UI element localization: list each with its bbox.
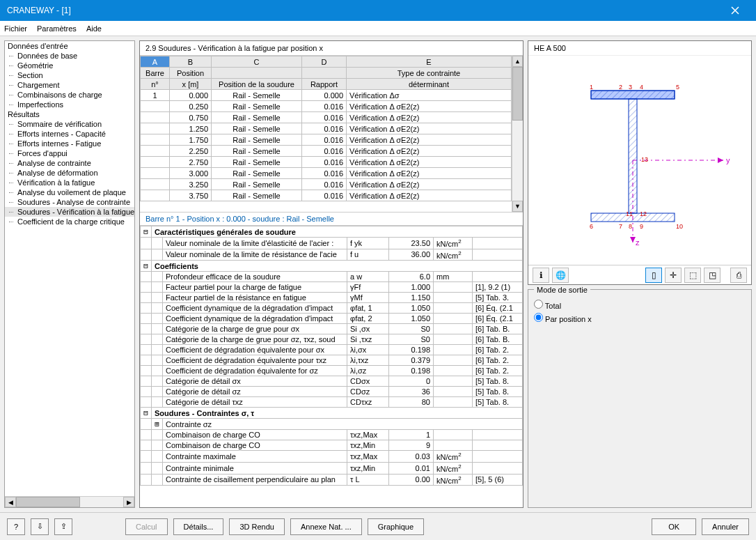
- export2-icon[interactable]: ⇪: [54, 518, 72, 535]
- table-row[interactable]: 2.250Rail - Semelle0.016Vérification Δ σ…: [141, 146, 512, 157]
- svg-marker-5: [630, 237, 636, 242]
- view-axes-icon[interactable]: ✛: [665, 268, 682, 283]
- nav-item[interactable]: Vérification à la fatigue: [5, 178, 134, 187]
- detail-row[interactable]: Facteur partiel de la résistance en fati…: [141, 293, 523, 303]
- calcul-button[interactable]: Calcul: [125, 518, 168, 535]
- detail-row[interactable]: Catégorie de la charge de grue pour σz, …: [141, 334, 523, 345]
- detail-row[interactable]: Valeur nominale de la limite d'élasticit…: [141, 238, 523, 249]
- output-mode-group: Mode de sortie Total Par position x: [528, 289, 752, 508]
- view-section-icon[interactable]: ▯: [645, 268, 662, 283]
- help-icon[interactable]: ?: [7, 518, 25, 535]
- nav-item[interactable]: Soudures - Analyse de contrainte: [5, 197, 134, 207]
- detail-table[interactable]: ⊟Caractéristiques générales de soudureVa…: [140, 226, 523, 486]
- nav-item[interactable]: Chargement: [5, 80, 134, 90]
- scroll-up-icon[interactable]: ▲: [512, 56, 523, 67]
- svg-text:7: 7: [619, 223, 622, 230]
- nav-item[interactable]: Efforts internes - Capacité: [5, 129, 134, 139]
- nav-item[interactable]: Coefficient de la charge critique: [5, 217, 134, 226]
- svg-text:y: y: [726, 156, 730, 164]
- table-row[interactable]: 0.750Rail - Semelle0.016Vérification Δ σ…: [141, 112, 512, 123]
- detail-row[interactable]: Contrainte de cisaillement perpendiculai…: [141, 474, 523, 486]
- render-button[interactable]: 3D Rendu: [229, 518, 285, 535]
- close-button[interactable]: [721, 0, 749, 21]
- detail-row[interactable]: Contrainte minimaleτxz,Min0.01kN/cm2: [141, 462, 523, 474]
- graph-button[interactable]: Graphique: [368, 518, 424, 535]
- mode-title: Mode de sortie: [534, 286, 590, 294]
- detail-row[interactable]: Combinaison de charge COτxz,Max1: [141, 430, 523, 440]
- table-row[interactable]: 3.000Rail - Semelle0.016Vérification Δ σ…: [141, 168, 512, 179]
- annex-button[interactable]: Annexe Nat. ...: [290, 518, 362, 535]
- nav-item[interactable]: Efforts internes - Fatigue: [5, 139, 134, 148]
- table-row[interactable]: 3.750Rail - Semelle0.016Vérification Δ σ…: [141, 190, 512, 201]
- scroll-left-icon[interactable]: ◀: [5, 497, 16, 507]
- globe-icon[interactable]: 🌐: [552, 268, 569, 283]
- scroll-thumb[interactable]: [512, 67, 523, 121]
- table-row[interactable]: 2.750Rail - Semelle0.016Vérification Δ σ…: [141, 157, 512, 168]
- menu-fichier[interactable]: Fichier: [4, 24, 27, 33]
- nav-item[interactable]: Données de base: [5, 51, 134, 61]
- nav-tree[interactable]: Données d'entrée Données de baseGéométri…: [4, 40, 135, 508]
- detail-row[interactable]: Valeur nominale de la limite de résistan…: [141, 249, 523, 261]
- detail-row[interactable]: Coefficient de dégradation équivalente p…: [141, 345, 523, 355]
- svg-text:6: 6: [590, 223, 593, 230]
- nav-item[interactable]: Sommaire de vérification: [5, 119, 134, 129]
- svg-text:1: 1: [590, 84, 593, 91]
- mode-total[interactable]: Total: [534, 298, 746, 311]
- nav-item[interactable]: Analyse de contrainte: [5, 158, 134, 168]
- detail-row[interactable]: Catégorie de détail τxzCDτxz80[5] Tab. 8…: [141, 397, 523, 408]
- results-table[interactable]: ABCDE BarrePositionType de contrainte n°…: [140, 56, 512, 201]
- details-button[interactable]: Détails...: [173, 518, 224, 535]
- table-row[interactable]: 3.250Rail - Semelle0.016Vérification Δ σ…: [141, 179, 512, 190]
- nav-item[interactable]: Forces d'appui: [5, 148, 134, 158]
- detail-row[interactable]: Profondeur efficace de la soudurea w6.0m…: [141, 272, 523, 282]
- detail-row[interactable]: Catégorie de la charge de grue pour σxSi…: [141, 324, 523, 334]
- detail-row[interactable]: ⊟Soudures - Contraintes σ, τ: [141, 408, 523, 419]
- table-vscrollbar[interactable]: ▲ ▼: [512, 56, 523, 212]
- detail-row[interactable]: Coefficient de dégradation équivalente f…: [141, 366, 523, 376]
- detail-row[interactable]: Facteur partiel pour la charge de fatigu…: [141, 282, 523, 293]
- detail-row[interactable]: Coefficient dynamique de la dégradation …: [141, 314, 523, 324]
- scroll-thumb[interactable]: [16, 497, 80, 507]
- nav-item[interactable]: Géométrie: [5, 61, 134, 70]
- menu-parametres[interactable]: Paramètres: [37, 24, 77, 33]
- svg-text:12: 12: [640, 210, 647, 217]
- scroll-right-icon[interactable]: ▶: [123, 497, 134, 507]
- scroll-down-icon[interactable]: ▼: [512, 201, 523, 212]
- table-row[interactable]: 1.750Rail - Semelle0.016Vérification Δ σ…: [141, 134, 512, 146]
- cancel-button[interactable]: Annuler: [702, 518, 749, 535]
- nav-item[interactable]: Imperfections: [5, 100, 134, 109]
- svg-rect-10: [629, 99, 637, 213]
- section-viewer[interactable]: HE A 500 y: [528, 40, 752, 285]
- detail-row[interactable]: Contrainte maximaleτxz,Max0.03kN/cm2: [141, 451, 523, 463]
- view-3d-icon[interactable]: ◳: [704, 268, 720, 283]
- mode-par-position[interactable]: Par position x: [534, 311, 746, 325]
- detail-row[interactable]: Coefficient de dégradation équivalente p…: [141, 355, 523, 366]
- print-icon[interactable]: ⎙: [730, 268, 747, 283]
- nav-item[interactable]: Combinaisons de charge: [5, 90, 134, 100]
- detail-row[interactable]: Combinaison de charge COτxz,Min9: [141, 440, 523, 451]
- detail-title: Barre n° 1 - Position x : 0.000 - soudur…: [140, 212, 523, 226]
- nav-item[interactable]: Section: [5, 70, 134, 80]
- nav-hscrollbar[interactable]: ◀ ▶: [5, 496, 134, 507]
- detail-row[interactable]: ⊟Caractéristiques générales de soudure: [141, 226, 523, 238]
- table-row[interactable]: 10.000Rail - Semelle0.000Vérification Δσ: [141, 90, 512, 101]
- svg-text:5: 5: [676, 84, 679, 91]
- detail-row[interactable]: Catégorie de détail σxCDσx0[5] Tab. 8.: [141, 376, 523, 387]
- nav-item[interactable]: Analyse de déformation: [5, 168, 134, 178]
- menubar: Fichier Paramètres Aide: [0, 21, 756, 36]
- nav-item[interactable]: Analyse du voilement de plaque: [5, 187, 134, 197]
- detail-row[interactable]: Coefficient dynamique de la dégradation …: [141, 303, 523, 314]
- view-dims-icon[interactable]: ⬚: [684, 268, 701, 283]
- table-row[interactable]: 1.250Rail - Semelle0.016Vérification Δ σ…: [141, 123, 512, 134]
- section-name: HE A 500: [528, 41, 751, 56]
- export-icon[interactable]: ⇩: [31, 518, 49, 535]
- footer: ? ⇩ ⇪ Calcul Détails... 3D Rendu Annexe …: [0, 512, 756, 540]
- nav-item[interactable]: Soudures - Vérification à la fatigue: [5, 207, 134, 217]
- table-row[interactable]: 0.250Rail - Semelle0.016Vérification Δ σ…: [141, 101, 512, 112]
- ok-button[interactable]: OK: [652, 518, 696, 535]
- detail-row[interactable]: Catégorie de détail σzCDσz36[5] Tab. 8.: [141, 387, 523, 397]
- info-icon[interactable]: ℹ: [533, 268, 549, 283]
- detail-row[interactable]: ⊟Coefficients: [141, 261, 523, 272]
- menu-aide[interactable]: Aide: [86, 24, 102, 33]
- detail-row[interactable]: ⊞Contrainte σz: [141, 419, 523, 430]
